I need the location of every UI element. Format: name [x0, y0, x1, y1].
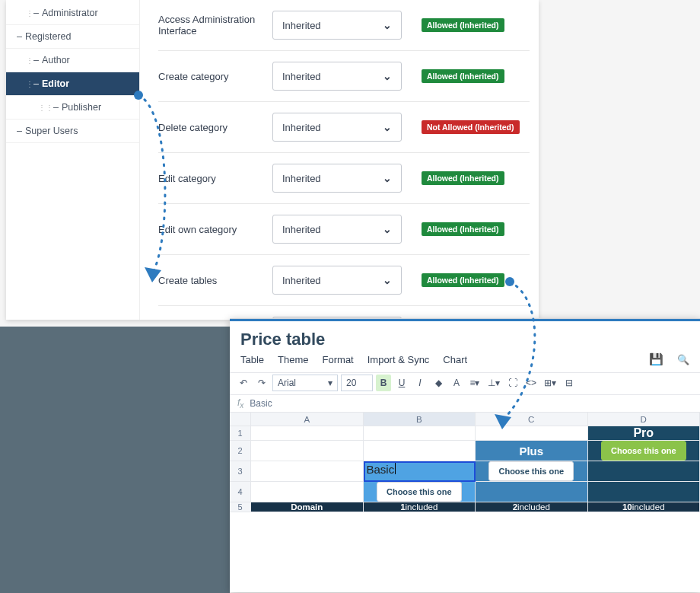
menu-format[interactable]: Format [323, 354, 354, 365]
save-icon[interactable]: 💾 [649, 352, 663, 366]
usergroups-sidebar: ⋮ –Administrator –Registered ⋮ –Author ⋮… [6, 0, 140, 320]
permission-label: Access Administration Interface [158, 14, 272, 37]
cell-domain-label[interactable]: Domain [251, 502, 364, 512]
cell[interactable] [251, 426, 364, 441]
sidebar-item-label: Super Users [25, 126, 78, 136]
choose-button-pro[interactable]: Choose this one [601, 441, 686, 461]
menu-theme[interactable]: Theme [278, 354, 308, 365]
chevron-down-icon: ▾ [328, 378, 332, 388]
cell-plan-plus[interactable]: Plus [476, 441, 588, 461]
choose-button-basic[interactable]: Choose this one [377, 482, 462, 502]
cell-plan-pro[interactable]: Pro [588, 426, 701, 441]
cell-domain-basic[interactable]: 1 included [364, 502, 476, 512]
spreadsheet-grid: A B C D 1 Pro 2 Plus Choose this one 3 B… [230, 413, 700, 512]
fullscreen-icon[interactable]: ⛶ [505, 375, 520, 391]
permission-select[interactable]: Inherited⌄ [272, 113, 402, 142]
cell[interactable] [476, 426, 588, 441]
cell-domain-pro[interactable]: 10 included [588, 502, 701, 512]
column-header-d[interactable]: D [588, 413, 701, 426]
font-picker[interactable]: Arial▾ [272, 375, 338, 391]
permission-label: Edit own category [158, 224, 272, 235]
italic-button[interactable]: I [412, 375, 428, 391]
cell[interactable]: Choose this one [364, 482, 476, 502]
choose-button-plus[interactable]: Choose this one [488, 461, 574, 481]
sidebar-item-label: Registered [25, 31, 71, 42]
sheet-menu-bar: Table Theme Format Import & Sync Chart 💾… [230, 352, 700, 372]
row-header[interactable]: 1 [230, 426, 251, 441]
drag-handle-icon: ⋮ [26, 80, 30, 88]
sidebar-item-super-users[interactable]: –Super Users [6, 120, 139, 143]
cell-domain-plus[interactable]: 2 included [476, 502, 588, 512]
row-header[interactable]: 3 [230, 461, 251, 482]
cell[interactable] [251, 441, 364, 461]
cell[interactable] [364, 426, 476, 441]
spreadsheet-panel: Price table Table Theme Format Import & … [230, 318, 700, 592]
menu-table[interactable]: Table [240, 354, 264, 365]
fill-color-button[interactable]: ◆ [431, 375, 446, 391]
status-badge: Allowed (Inherited) [422, 222, 504, 236]
sidebar-item-label: Publisher [62, 102, 101, 113]
permission-label: Delete category [158, 122, 272, 133]
menu-chart[interactable]: Chart [443, 354, 467, 365]
valign-button[interactable]: ⊥▾ [485, 375, 502, 391]
status-badge: Allowed (Inherited) [422, 171, 504, 185]
search-icon[interactable]: 🔍 [677, 354, 689, 365]
sidebar-item-publisher[interactable]: ⋮ ⋮ –Publisher [6, 96, 139, 120]
permission-select[interactable]: Inherited⌄ [272, 215, 402, 244]
chevron-down-icon: ⌄ [383, 70, 392, 82]
status-badge: Not Allowed (Inherited) [422, 120, 520, 134]
permission-label: Edit category [158, 173, 272, 184]
cell[interactable] [251, 461, 364, 482]
sidebar-item-editor[interactable]: ⋮ –Editor [6, 72, 139, 96]
code-icon[interactable]: <> [523, 375, 539, 391]
sidebar-item-label: Editor [42, 78, 69, 89]
permission-row: Edit categoryInherited⌄Allowed (Inherite… [158, 153, 530, 204]
border-button[interactable]: ⊞▾ [542, 375, 558, 391]
column-header-a[interactable]: A [251, 413, 364, 426]
permission-row: Create tablesInherited⌄Allowed (Inherite… [158, 255, 530, 306]
sidebar-item-label: Author [42, 55, 70, 65]
text-color-button[interactable]: A [449, 375, 464, 391]
align-button[interactable]: ≡▾ [467, 375, 482, 391]
row-header[interactable]: 4 [230, 482, 251, 502]
sidebar-item-registered[interactable]: –Registered [6, 25, 139, 49]
font-size-picker[interactable]: 20 [341, 375, 373, 391]
cell[interactable] [251, 482, 364, 502]
cell[interactable]: Choose this one [476, 461, 588, 482]
undo-icon[interactable]: ↶ [236, 375, 251, 391]
column-header-b[interactable]: B [364, 413, 476, 426]
formula-bar[interactable]: fx Basic [230, 395, 700, 413]
cell-plan-basic[interactable]: Basic [364, 461, 476, 482]
status-badge: Allowed (Inherited) [422, 18, 504, 32]
permission-row: Create categoryInherited⌄Allowed (Inheri… [158, 51, 530, 102]
cell[interactable] [364, 441, 476, 461]
chevron-down-icon: ⌄ [383, 121, 392, 133]
cell[interactable] [476, 482, 588, 502]
chevron-down-icon: ⌄ [383, 274, 392, 286]
status-badge: Allowed (Inherited) [422, 69, 504, 83]
drag-handle-icon: ⋮ [26, 56, 30, 65]
merge-button[interactable]: ⊟ [562, 375, 577, 391]
row-header[interactable]: 2 [230, 441, 251, 461]
bold-button[interactable]: B [376, 375, 391, 391]
chevron-down-icon: ⌄ [383, 172, 392, 184]
underline-button[interactable]: U [394, 375, 409, 391]
permission-select[interactable]: Inherited⌄ [272, 62, 402, 91]
permission-select[interactable]: Inherited⌄ [272, 11, 402, 40]
sidebar-item-author[interactable]: ⋮ –Author [6, 49, 139, 72]
redo-icon[interactable]: ↷ [254, 375, 269, 391]
sidebar-item-administrator[interactable]: ⋮ –Administrator [6, 2, 139, 25]
drag-handle-icon: ⋮ [26, 9, 30, 18]
column-header-c[interactable]: C [476, 413, 588, 426]
permission-row: Edit own categoryInherited⌄Allowed (Inhe… [158, 204, 530, 255]
sidebar-item-label: Administrator [42, 8, 98, 18]
permission-select[interactable]: Inherited⌄ [272, 164, 402, 193]
menu-import[interactable]: Import & Sync [368, 354, 430, 365]
permission-label: Create category [158, 71, 272, 82]
sheet-title: Price table [230, 319, 700, 352]
cell[interactable] [588, 482, 701, 502]
permission-select[interactable]: Inherited⌄ [272, 266, 402, 295]
cell[interactable] [588, 461, 701, 482]
row-header[interactable]: 5 [230, 502, 251, 512]
cell[interactable]: Choose this one [588, 441, 701, 461]
